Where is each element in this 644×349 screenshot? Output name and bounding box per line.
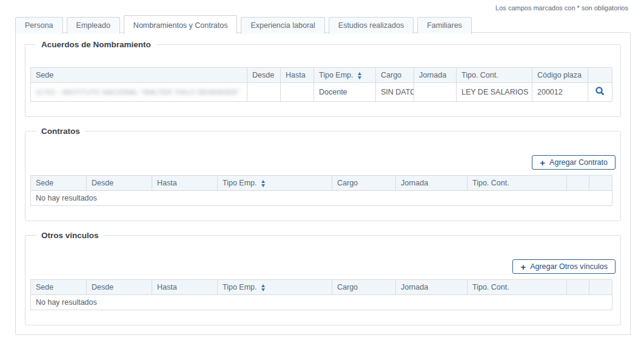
sort-arrows-icon <box>358 72 361 79</box>
col-header-actions-2 <box>589 176 612 191</box>
cell-jornada <box>414 83 457 102</box>
section-contratos: Contratos +Agregar Contrato Sede Desde H… <box>25 127 621 221</box>
tab-persona[interactable]: Persona <box>15 17 63 34</box>
sort-arrows-icon <box>261 284 265 291</box>
otros-vinculos-header-row: Sede Desde Hasta Tipo Emp. Cargo Jornada… <box>31 280 612 295</box>
contratos-header-row: Sede Desde Hasta Tipo Emp. Cargo Jornada… <box>31 176 612 191</box>
col-header-desde: Desde <box>247 68 281 83</box>
section-otros-vinculos: Otros vínculos +Agregar Otros vínculos S… <box>25 231 621 325</box>
col-header-jornada: Jornada <box>396 280 468 295</box>
cell-tipo-cont: LEY DE SALARIOS <box>457 83 532 102</box>
cell-codigo-plaza: 200012 <box>532 83 588 102</box>
agregar-otros-vinculos-label: Agregar Otros vínculos <box>530 262 608 271</box>
cell-desde <box>247 83 281 102</box>
col-header-tipo-emp-sortable[interactable]: Tipo Emp. <box>314 68 376 83</box>
cell-cargo: SIN DATO <box>376 83 414 102</box>
no-results-text: No hay resultados <box>31 191 612 206</box>
no-results-text: No hay resultados <box>31 295 612 310</box>
section-title-acuerdos: Acuerdos de Nombramiento <box>36 40 156 49</box>
otros-vinculos-table: Sede Desde Hasta Tipo Emp. Cargo Jornada… <box>30 279 612 310</box>
tab-nombramientos-y-contratos[interactable]: Nombramientos y Contratos <box>124 15 238 35</box>
tab-bar: Persona Empleado Nombramientos y Contrat… <box>15 15 472 34</box>
tab-content-panel: Acuerdos de Nombramiento Sede Desde Hast… <box>15 32 631 335</box>
col-header-hasta: Hasta <box>152 176 218 191</box>
section-title-contratos: Contratos <box>36 127 85 136</box>
col-header-cargo: Cargo <box>332 280 396 295</box>
col-header-tipo-cont: Tipo. Cont. <box>468 280 567 295</box>
col-header-tipo-emp-sortable[interactable]: Tipo Emp. <box>218 280 332 295</box>
view-detail-button[interactable] <box>595 86 605 96</box>
col-header-actions-2 <box>589 280 612 295</box>
otros-vinculos-empty-row: No hay resultados <box>31 295 612 310</box>
col-header-codigo-plaza: Código plaza <box>532 68 588 83</box>
nombramientos-header-row: Sede Desde Hasta Tipo Emp. Cargo Jornada… <box>31 68 612 83</box>
sort-arrows-icon <box>261 180 265 187</box>
col-header-jornada: Jornada <box>414 68 457 83</box>
col-header-sede: Sede <box>31 280 87 295</box>
tab-familiares[interactable]: Familiares <box>417 17 472 34</box>
col-header-tipo-cont: Tipo. Cont. <box>457 68 532 83</box>
tab-experiencia-laboral[interactable]: Experiencia laboral <box>241 17 324 34</box>
col-header-actions-1 <box>567 280 589 295</box>
col-header-sede: Sede <box>31 68 247 83</box>
col-header-cargo: Cargo <box>332 176 396 191</box>
col-header-jornada: Jornada <box>396 176 468 191</box>
agregar-contrato-button[interactable]: +Agregar Contrato <box>532 155 615 170</box>
col-header-tipo-cont: Tipo. Cont. <box>468 176 567 191</box>
cell-tipo-emp: Docente <box>314 83 376 102</box>
col-header-desde: Desde <box>87 280 152 295</box>
col-header-hasta: Hasta <box>281 68 314 83</box>
col-header-tipo-emp-sortable[interactable]: Tipo Emp. <box>218 176 332 191</box>
col-header-actions-1 <box>567 176 589 191</box>
section-title-otros-vinculos: Otros vínculos <box>36 231 104 240</box>
cell-sede: 11702 - INSTITUTO NACIONAL "WALTER THILO… <box>31 83 247 102</box>
contratos-empty-row: No hay resultados <box>31 191 612 206</box>
tab-empleado[interactable]: Empleado <box>67 17 120 34</box>
col-header-tipo-emp-label: Tipo Emp. <box>319 71 354 79</box>
nombramientos-table: Sede Desde Hasta Tipo Emp. Cargo Jornada… <box>30 67 612 102</box>
cell-hasta <box>281 83 314 102</box>
col-header-tipo-emp-label: Tipo Emp. <box>223 283 257 291</box>
plus-icon: + <box>520 263 526 271</box>
tab-estudios-realizados[interactable]: Estudios realizados <box>329 17 414 34</box>
nombramiento-row: 11702 - INSTITUTO NACIONAL "WALTER THILO… <box>31 83 612 102</box>
redacted-sede-text: 11702 - INSTITUTO NACIONAL "WALTER THILO… <box>36 88 240 96</box>
col-header-hasta: Hasta <box>152 280 218 295</box>
col-header-desde: Desde <box>87 176 152 191</box>
col-header-actions <box>588 68 612 83</box>
cell-actions <box>588 83 612 102</box>
plus-icon: + <box>540 159 545 167</box>
col-header-sede: Sede <box>31 176 87 191</box>
col-header-tipo-emp-label: Tipo Emp. <box>223 179 257 187</box>
agregar-contrato-label: Agregar Contrato <box>549 158 608 167</box>
contratos-table: Sede Desde Hasta Tipo Emp. Cargo Jornada… <box>30 175 612 206</box>
col-header-cargo: Cargo <box>376 68 414 83</box>
agregar-otros-vinculos-button[interactable]: +Agregar Otros vínculos <box>512 259 615 274</box>
magnifier-icon <box>595 86 605 96</box>
required-fields-note: Los campos marcados con * son obligatori… <box>495 4 628 12</box>
section-acuerdos-de-nombramiento: Acuerdos de Nombramiento Sede Desde Hast… <box>25 40 621 117</box>
